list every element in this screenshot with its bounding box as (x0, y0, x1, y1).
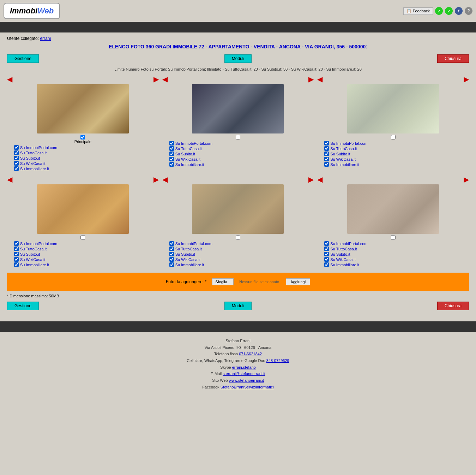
portal-label-5-2[interactable]: Su Subito.it (175, 252, 195, 256)
moduli-button-bottom[interactable]: Moduli (224, 302, 252, 310)
arrow-left-6[interactable]: ◀ (317, 175, 323, 184)
portal-label-5-3[interactable]: Su WikiCasa.it (175, 257, 201, 262)
portal-label-2-0[interactable]: Su ImmobiPortal.com (175, 141, 212, 146)
portal-checkbox-4-0[interactable] (14, 241, 19, 246)
portal-checkbox-4-3[interactable] (14, 257, 19, 262)
portal-label-4-3[interactable]: Su WikiCasa.it (20, 257, 46, 262)
gestione-button-bottom[interactable]: Gestione (7, 302, 39, 310)
portal-checkbox-6-1[interactable] (324, 247, 329, 251)
portal-label-1-2[interactable]: Su Subito.it (20, 156, 40, 160)
portal-label-1-1[interactable]: Su TuttoCasa.it (20, 151, 47, 155)
footer-website-line: Sito Web www.stefanoerrani.it (6, 377, 470, 384)
portal-checkbox-6-2[interactable] (324, 252, 329, 256)
user-link[interactable]: errani (40, 36, 51, 41)
arrow-left-3[interactable]: ◀ (317, 75, 323, 83)
footer-email-link[interactable]: s.errani@stefanoerrani.it (223, 372, 265, 376)
arrow-left-2[interactable]: ◀ (162, 75, 168, 83)
portal-checkbox-1-3[interactable] (14, 161, 19, 166)
portal-checkbox-6-3[interactable] (324, 257, 329, 262)
add-button[interactable]: Aggiungi (286, 278, 310, 285)
principale-checkbox-1[interactable] (80, 135, 85, 139)
portal-label-3-2[interactable]: Su Subito.it (330, 152, 350, 156)
portal-checkbox-5-3[interactable] (169, 257, 174, 262)
portal-checkbox-4-1[interactable] (14, 247, 19, 251)
footer-phone-link[interactable]: 071-6621842 (239, 352, 262, 356)
portal-label-3-3[interactable]: Su WikiCasa.it (330, 157, 356, 161)
portal-label-2-3[interactable]: Su WikiCasa.it (175, 157, 201, 161)
portal-checkbox-6-0[interactable] (324, 241, 329, 246)
principale-checkbox-4[interactable] (80, 235, 85, 240)
arrow-right-4[interactable]: ▶ (153, 175, 159, 184)
portal-label-6-1[interactable]: Su TuttoCasa.it (330, 247, 357, 251)
portal-checkbox-3-4[interactable] (324, 162, 329, 167)
portal-label-6-2[interactable]: Su Subito.it (330, 252, 350, 256)
portal-checkbox-5-2[interactable] (169, 252, 174, 256)
portal-checkbox-3-0[interactable] (324, 141, 329, 146)
portal-label-3-1[interactable]: Su TuttoCasa.it (330, 147, 357, 151)
portal-label-2-1[interactable]: Su TuttoCasa.it (175, 147, 202, 151)
portal-checkbox-2-2[interactable] (169, 152, 174, 156)
portal-label-1-3[interactable]: Su WikiCasa.it (20, 161, 46, 166)
portal-label-1-0[interactable]: Su ImmobiPortal.com (20, 146, 57, 150)
arrow-left-4[interactable]: ◀ (7, 175, 12, 184)
status-icon-1: ✓ (435, 7, 443, 15)
facebook-icon[interactable]: f (455, 7, 463, 15)
gestione-button-top[interactable]: Gestione (7, 54, 39, 63)
portal-checkbox-5-4[interactable] (169, 262, 174, 267)
footer-facebook-link[interactable]: StefanoErraniServiziInformatici (221, 385, 274, 389)
arrow-left-5[interactable]: ◀ (162, 175, 168, 184)
portal-checkbox-3-2[interactable] (324, 152, 329, 156)
principale-checkbox-2[interactable] (236, 135, 240, 139)
portal-checkbox-3-1[interactable] (324, 146, 329, 151)
portal-label-2-4[interactable]: Su Immobiliare.it (175, 162, 204, 167)
arrow-right-5[interactable]: ▶ (308, 175, 314, 184)
portal-checkbox-2-0[interactable] (169, 141, 174, 146)
portal-checkbox-6-4[interactable] (324, 262, 329, 267)
portal-item-2-2: Su Subito.it (169, 152, 314, 156)
browse-button[interactable]: Sfoglia... (212, 278, 234, 285)
portal-label-2-2[interactable]: Su Subito.it (175, 152, 195, 156)
portal-checkbox-1-4[interactable] (14, 166, 19, 171)
portal-checkbox-4-4[interactable] (14, 262, 19, 267)
portal-checkbox-2-4[interactable] (169, 162, 174, 167)
portal-checkbox-2-3[interactable] (169, 157, 174, 161)
portal-label-5-0[interactable]: Su ImmobiPortal.com (175, 242, 212, 246)
portal-checkbox-5-1[interactable] (169, 247, 174, 251)
portal-label-6-3[interactable]: Su WikiCasa.it (330, 257, 356, 262)
portal-checkbox-4-2[interactable] (14, 252, 19, 256)
principale-checkbox-5[interactable] (236, 235, 240, 240)
chiusura-button-bottom[interactable]: Chiusura (437, 302, 469, 310)
arrow-right-3[interactable]: ▶ (464, 75, 469, 83)
max-size-text: * Dimensione massima: 50MB (7, 294, 469, 298)
portal-label-5-1[interactable]: Su TuttoCasa.it (175, 247, 202, 251)
portal-label-4-0[interactable]: Su ImmobiPortal.com (20, 242, 57, 246)
portal-label-1-4[interactable]: Su Immobiliare.it (20, 167, 49, 171)
arrow-right-1[interactable]: ▶ (153, 75, 159, 83)
portal-label-4-4[interactable]: Su Immobiliare.it (20, 263, 49, 267)
portal-label-3-0[interactable]: Su ImmobiPortal.com (330, 141, 367, 146)
portal-checkbox-3-3[interactable] (324, 157, 329, 161)
portal-checkbox-1-0[interactable] (14, 145, 19, 150)
moduli-button-top[interactable]: Moduli (224, 54, 252, 63)
chiusura-button-top[interactable]: Chiusura (437, 54, 469, 63)
portal-label-5-4[interactable]: Su Immobiliare.it (175, 263, 204, 267)
portal-checkbox-5-0[interactable] (169, 241, 174, 246)
portal-label-4-2[interactable]: Su Subito.it (20, 252, 40, 256)
footer-mobile-link[interactable]: 348-0729629 (266, 358, 289, 363)
principale-checkbox-3[interactable] (391, 135, 396, 139)
portal-checkbox-1-2[interactable] (14, 156, 19, 160)
portal-label-4-1[interactable]: Su TuttoCasa.it (20, 247, 47, 251)
help-icon[interactable]: ? (465, 7, 472, 15)
portal-checkbox-1-1[interactable] (14, 150, 19, 155)
portal-checkbox-2-1[interactable] (169, 146, 174, 151)
arrow-left-1[interactable]: ◀ (7, 75, 12, 83)
portal-label-3-4[interactable]: Su Immobiliare.it (330, 162, 359, 167)
feedback-button[interactable]: 📋 Feedback (403, 7, 433, 15)
arrow-right-6[interactable]: ▶ (464, 175, 469, 184)
footer-website-link[interactable]: www.stefanoerrani.it (229, 378, 264, 382)
arrow-right-2[interactable]: ▶ (308, 75, 314, 83)
portal-label-6-0[interactable]: Su ImmobiPortal.com (330, 242, 367, 246)
footer-skype-link[interactable]: errani.stefano (232, 365, 256, 369)
principale-checkbox-6[interactable] (391, 235, 396, 240)
portal-label-6-4[interactable]: Su Immobiliare.it (330, 263, 359, 267)
